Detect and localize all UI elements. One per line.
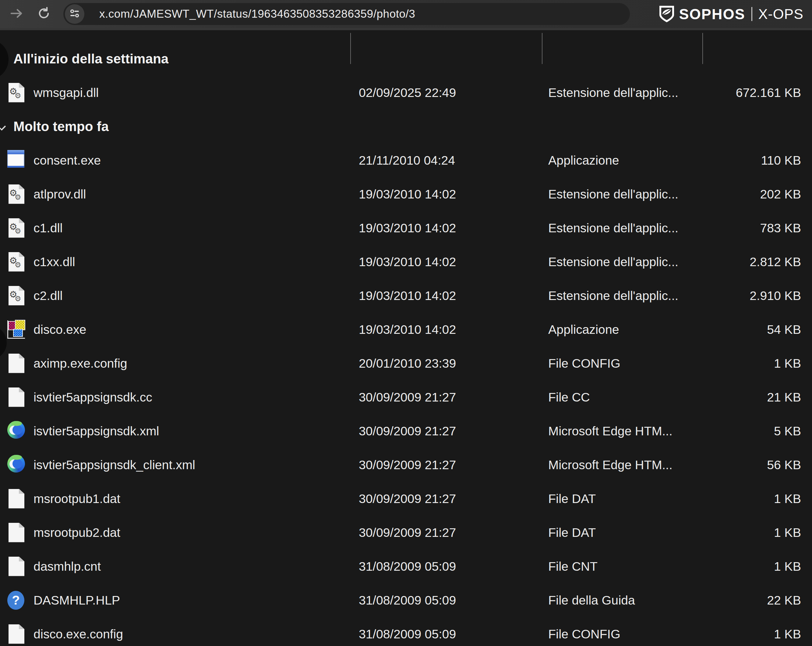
file-type: File DAT — [548, 525, 596, 540]
brand-divider — [751, 7, 752, 21]
file-name: isvtier5appsignsdk_client.xml — [34, 458, 195, 472]
file-name: msrootpub2.dat — [34, 525, 120, 540]
file-name: DASMHLP.HLP — [34, 593, 120, 607]
plain-file-icon — [9, 523, 24, 542]
file-date-modified: 02/09/2025 22:49 — [359, 85, 456, 100]
file-size: 1 KB — [670, 525, 801, 540]
chevron-down-icon[interactable] — [0, 121, 6, 131]
plain-file-icon — [9, 557, 24, 576]
file-date-modified: 19/03/2010 14:02 — [359, 288, 456, 303]
file-row[interactable]: msrootpub1.dat 30/09/2009 21:27 File DAT… — [0, 482, 812, 516]
file-list: All'inizio della settimana wmsgapi.dll 0… — [0, 42, 812, 646]
file-date-modified: 30/09/2009 21:27 — [359, 458, 456, 472]
file-row[interactable]: msrootpub2.dat 30/09/2009 21:27 File DAT… — [0, 516, 812, 550]
file-row[interactable]: DASMHLP.HLP 31/08/2009 05:09 File della … — [0, 583, 812, 617]
file-row[interactable]: isvtier5appsignsdk.cc 30/09/2009 21:27 F… — [0, 380, 812, 414]
file-row[interactable]: isvtier5appsignsdk_client.xml 30/09/2009… — [0, 448, 812, 482]
site-settings-sliders-icon — [69, 8, 80, 20]
dll-icon — [9, 218, 24, 238]
file-date-modified: 30/09/2009 21:27 — [359, 390, 456, 404]
file-size: 54 KB — [670, 322, 801, 337]
file-size: 22 KB — [670, 593, 801, 607]
file-type: Estensione dell'applic... — [548, 254, 678, 269]
file-size: 1 KB — [670, 356, 801, 370]
plain-file-icon — [9, 625, 24, 644]
file-row[interactable]: c2.dll 19/03/2010 14:02 Estensione dell'… — [0, 279, 812, 312]
group-header[interactable]: All'inizio della settimana — [0, 42, 812, 76]
help-icon — [7, 591, 24, 610]
file-type: File DAT — [548, 491, 596, 506]
file-size: 1 KB — [670, 627, 801, 641]
url-text: x.com/JAMESWT_WT/status/1963463508353286… — [99, 3, 415, 25]
file-row[interactable]: c1xx.dll 19/03/2010 14:02 Estensione del… — [0, 245, 812, 279]
reload-button[interactable] — [34, 4, 53, 24]
file-size: 1 KB — [670, 491, 801, 506]
file-row[interactable]: atlprov.dll 19/03/2010 14:02 Estensione … — [0, 177, 812, 211]
file-row[interactable]: c1.dll 19/03/2010 14:02 Estensione dell'… — [0, 211, 812, 245]
toolbar-bottom-edge — [0, 28, 812, 30]
file-row[interactable]: disco.exe.config 31/08/2009 05:09 File C… — [0, 617, 812, 646]
file-type: Applicazione — [548, 153, 619, 167]
screenshot-root: { "browser": { "url": "x.com/JAMESWT_WT/… — [0, 0, 812, 646]
group-header-label: Molto tempo fa — [14, 119, 109, 134]
dll-icon — [9, 286, 24, 305]
file-type: Applicazione — [548, 322, 619, 337]
file-name: msrootpub1.dat — [34, 491, 120, 506]
file-row[interactable]: isvtier5appsignsdk.xml 30/09/2009 21:27 … — [0, 414, 812, 448]
forward-button[interactable] — [7, 4, 26, 24]
reload-icon — [37, 6, 51, 21]
file-name: dasmhlp.cnt — [34, 559, 101, 573]
file-type: File CONFIG — [548, 627, 620, 641]
site-settings-button[interactable] — [65, 4, 84, 24]
dll-icon — [9, 184, 24, 204]
edge-html-icon — [7, 455, 25, 473]
plain-file-icon — [9, 354, 24, 373]
browser-toolbar: x.com/JAMESWT_WT/status/1963463508353286… — [0, 0, 812, 28]
file-name: c2.dll — [34, 288, 63, 303]
disco-app-icon — [7, 320, 25, 339]
file-date-modified: 21/11/2010 04:24 — [359, 153, 455, 167]
group-header[interactable]: Molto tempo fa — [0, 109, 812, 143]
file-type: Microsoft Edge HTM... — [548, 458, 673, 472]
file-name: consent.exe — [34, 153, 101, 167]
file-type: File CONFIG — [548, 356, 620, 370]
sophos-xops-logo: SOPHOS X-OPS — [659, 0, 803, 28]
file-size: 202 KB — [670, 187, 801, 201]
brand-sophos-text: SOPHOS — [679, 6, 745, 23]
file-row[interactable]: consent.exe 21/11/2010 04:24 Applicazion… — [0, 143, 812, 177]
plain-file-icon — [9, 489, 24, 508]
file-name: c1xx.dll — [34, 254, 75, 269]
file-name: isvtier5appsignsdk.xml — [34, 424, 159, 438]
file-type: File della Guida — [548, 593, 635, 607]
file-date-modified: 19/03/2010 14:02 — [359, 254, 456, 269]
plain-file-icon — [9, 387, 24, 407]
file-type: Estensione dell'applic... — [548, 221, 678, 235]
file-size: 5 KB — [670, 424, 801, 438]
file-size: 783 KB — [670, 221, 801, 235]
file-type: Microsoft Edge HTM... — [548, 424, 673, 438]
dll-icon — [9, 252, 24, 272]
file-size: 2.910 KB — [670, 288, 801, 303]
file-date-modified: 30/09/2009 21:27 — [359, 424, 456, 438]
file-size: 2.812 KB — [670, 254, 801, 269]
address-bar[interactable]: x.com/JAMESWT_WT/status/1963463508353286… — [63, 3, 630, 25]
file-date-modified: 19/03/2010 14:02 — [359, 322, 456, 337]
dll-icon — [9, 83, 24, 103]
file-row[interactable]: aximp.exe.config 20/01/2010 23:39 File C… — [0, 346, 812, 380]
file-size: 1 KB — [670, 559, 801, 573]
group-header-label: All'inizio della settimana — [14, 51, 168, 66]
forward-arrow-icon — [9, 6, 23, 21]
file-date-modified: 19/03/2010 14:02 — [359, 187, 456, 201]
file-date-modified: 31/08/2009 05:09 — [359, 593, 456, 607]
file-date-modified: 30/09/2009 21:27 — [359, 491, 456, 506]
file-name: disco.exe.config — [34, 627, 123, 641]
file-row[interactable]: disco.exe 19/03/2010 14:02 Applicazione … — [0, 312, 812, 346]
file-row[interactable]: dasmhlp.cnt 31/08/2009 05:09 File CNT 1 … — [0, 550, 812, 583]
file-row[interactable]: wmsgapi.dll 02/09/2025 22:49 Estensione … — [0, 76, 812, 109]
file-name: disco.exe — [34, 322, 86, 337]
file-name: aximp.exe.config — [34, 356, 127, 370]
file-type: Estensione dell'applic... — [548, 288, 678, 303]
file-date-modified: 31/08/2009 05:09 — [359, 627, 456, 641]
file-size: 56 KB — [670, 458, 801, 472]
edge-html-icon — [7, 421, 25, 439]
